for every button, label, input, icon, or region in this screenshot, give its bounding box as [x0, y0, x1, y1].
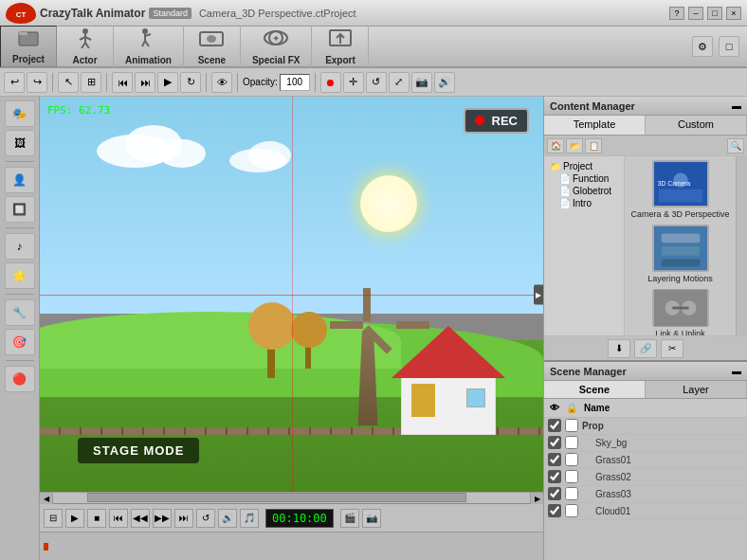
scene-table: 👁 🔒 Name Prop Sky_bg	[544, 399, 747, 560]
lock-check-skybg[interactable]	[563, 436, 580, 451]
transform-tool[interactable]: ⊞	[81, 72, 101, 93]
tab-custom[interactable]: Custom	[646, 116, 747, 135]
content-manager-title: Content Manager	[550, 100, 635, 112]
timeline-audio-btn[interactable]: 🔊	[218, 509, 237, 528]
sidebar-tool-4[interactable]: 🔲	[5, 196, 35, 223]
eye-check-grass02[interactable]	[546, 470, 563, 485]
toolbar-animation[interactable]: Animation	[114, 26, 184, 67]
prev-frame[interactable]: ⏮	[112, 72, 133, 93]
scroll-right-btn[interactable]: ▶	[530, 493, 543, 504]
next-frame[interactable]: ⏭	[135, 72, 155, 93]
loop-button[interactable]: ↻	[180, 72, 201, 93]
tree-item-intro[interactable]: 📄 Intro	[548, 197, 620, 209]
lock-check-prop[interactable]	[563, 419, 580, 434]
timeline-start-btn[interactable]: ⏮	[109, 509, 128, 528]
undo-button[interactable]: ↩	[4, 72, 25, 93]
select-tool[interactable]: ↖	[58, 72, 79, 93]
table-row[interactable]: Sky_bg	[544, 435, 747, 452]
minimize-button[interactable]: –	[688, 7, 703, 20]
eye-check-cloud01[interactable]	[546, 504, 563, 519]
scroll-thumb[interactable]	[87, 493, 466, 502]
sidebar-tool-5[interactable]: ♪	[5, 233, 35, 260]
sidebar-tool-2[interactable]: 🖼	[5, 130, 35, 156]
toolbar-project[interactable]: Project	[0, 26, 57, 67]
eye-check-grass03[interactable]	[546, 487, 563, 502]
help-button[interactable]: ?	[669, 7, 684, 20]
table-row[interactable]: Prop	[544, 418, 747, 435]
lock-check-cloud01[interactable]	[563, 504, 580, 519]
timeline-grid-btn[interactable]: ⊟	[44, 509, 63, 528]
sidebar-tool-7[interactable]: 🔧	[5, 299, 35, 326]
settings-button[interactable]: ⚙	[692, 36, 713, 57]
eye-check-skybg[interactable]	[546, 436, 563, 451]
maximize-button[interactable]: □	[707, 7, 722, 20]
sidebar-tool-3[interactable]: 👤	[5, 167, 35, 193]
record-button[interactable]: ⏺	[320, 72, 341, 93]
timeline-next-btn[interactable]: ▶▶	[153, 509, 172, 528]
close-button[interactable]: ×	[726, 7, 741, 20]
tree-item-function[interactable]: 📄 Function	[548, 172, 620, 185]
eye-check-grass01[interactable]	[546, 453, 563, 468]
sm-tab-scene[interactable]: Scene	[544, 381, 646, 398]
cm-footer-btn-3[interactable]: ✂	[661, 339, 683, 358]
timeline-end-btn[interactable]: ⏭	[174, 509, 193, 528]
sm-tab-layer[interactable]: Layer	[646, 381, 747, 398]
cm-footer-btn-2[interactable]: 🔗	[634, 339, 657, 358]
thumb-link[interactable]: Link & Unlink	[629, 289, 732, 335]
scroll-left-btn[interactable]: ◀	[40, 493, 53, 504]
extra-button[interactable]: □	[719, 36, 739, 57]
move-tool[interactable]: ✛	[343, 72, 364, 93]
content-manager-close[interactable]: ▬	[732, 100, 741, 111]
toolbar-export[interactable]: Export	[312, 26, 369, 67]
audio-tool[interactable]: 🔊	[434, 72, 455, 93]
tree-item-globetrot[interactable]: 📄 Globetrot	[548, 185, 620, 197]
redo-button[interactable]: ↪	[27, 72, 47, 93]
toolbar-specialfx[interactable]: ✦ Special FX	[241, 26, 313, 67]
toolbar-scene[interactable]: Scene	[184, 26, 241, 67]
toolbar-separator-2	[106, 73, 107, 92]
rotate-tool[interactable]: ↺	[366, 72, 387, 93]
sidebar-tool-9[interactable]: 🔴	[5, 366, 35, 392]
specialfx-icon: ✦	[263, 27, 289, 53]
play-button[interactable]: ▶	[157, 72, 178, 93]
lock-check-grass02[interactable]	[563, 470, 580, 485]
thumb-camera-3d[interactable]: 3D Camera Camera & 3D Perspective	[629, 160, 732, 219]
canvas[interactable]: ▶ FPS: 62.73 REC STAGE MODE	[40, 97, 543, 492]
thumb-layering[interactable]: Layering Motions	[629, 225, 732, 283]
rec-dot	[475, 116, 484, 125]
sidebar-tool-6[interactable]: 🌟	[5, 262, 35, 289]
lock-check-grass03[interactable]	[563, 487, 580, 502]
lock-check-grass01[interactable]	[563, 453, 580, 468]
cm-btn-3[interactable]: 📋	[585, 138, 602, 154]
scale-tool[interactable]: ⤢	[389, 72, 410, 93]
sidebar-tool-8[interactable]: 🎯	[5, 329, 35, 355]
table-row[interactable]: Cloud01	[544, 503, 747, 520]
timeline-play-btn[interactable]: ▶	[65, 509, 84, 528]
table-row[interactable]: Grass01	[544, 452, 747, 469]
timeline-prev-btn[interactable]: ◀◀	[131, 509, 150, 528]
toolbar-actor[interactable]: Actor	[57, 26, 114, 67]
content-scrollbar[interactable]	[736, 156, 747, 335]
canvas-scrollbar[interactable]: ◀ ▶	[40, 492, 543, 503]
opacity-input[interactable]	[280, 74, 310, 91]
timeline-record-btn[interactable]: 🎵	[240, 509, 259, 528]
timeline-frame-btn[interactable]: 🎬	[340, 509, 359, 528]
timeline-camera-btn[interactable]: 📷	[362, 509, 381, 528]
table-row[interactable]: Grass03	[544, 486, 747, 503]
scene-manager-close[interactable]: ▬	[732, 366, 741, 376]
cm-btn-search[interactable]: 🔍	[727, 138, 744, 154]
sidebar-tool-1[interactable]: 🎭	[5, 100, 35, 127]
cm-btn-2[interactable]: 📂	[566, 138, 583, 154]
camera-tool[interactable]: 📷	[411, 72, 432, 93]
timeline-track[interactable]	[40, 533, 543, 560]
cm-btn-1[interactable]: 🏠	[547, 138, 564, 154]
timeline-loop-btn[interactable]: ↺	[196, 509, 215, 528]
eye-check-prop[interactable]	[546, 419, 563, 434]
timeline-stop-btn[interactable]: ■	[87, 509, 106, 528]
tree-item-project[interactable]: 📁 Project	[548, 160, 620, 172]
eye-button[interactable]: 👁	[211, 72, 232, 93]
table-row[interactable]: Grass02	[544, 469, 747, 486]
cm-footer-btn-1[interactable]: ⬇	[608, 339, 630, 358]
scroll-right-indicator[interactable]: ▶	[534, 284, 543, 304]
tab-template[interactable]: Template	[544, 116, 646, 135]
